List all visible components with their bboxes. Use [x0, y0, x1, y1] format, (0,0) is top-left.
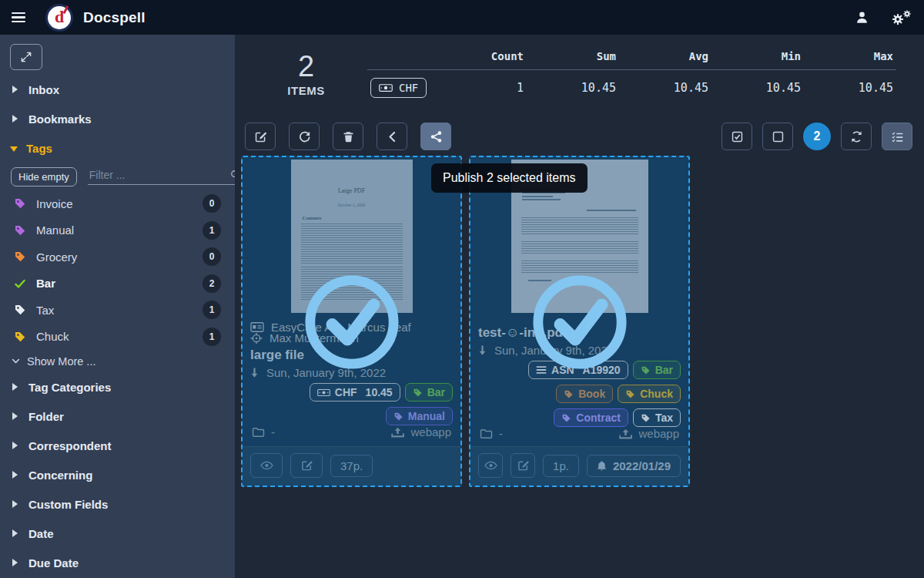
banknote-icon: [317, 388, 330, 397]
sidebar-item-label: Custom Fields: [28, 498, 108, 511]
column-header: Max: [804, 45, 896, 70]
task-list-icon: [891, 130, 904, 143]
preview-doc-section: Contents: [303, 215, 413, 220]
tag-badge-label: Tax: [655, 412, 673, 424]
toolbar-right-group: 2: [721, 123, 912, 150]
asn-badge: ASN A19920: [528, 361, 628, 379]
eye-icon: [484, 460, 497, 471]
edit-item-button[interactable]: [290, 453, 323, 478]
toolbar-left-group: [245, 123, 451, 150]
asn-value: A19920: [583, 364, 621, 376]
amount-currency: CHF: [335, 386, 357, 398]
tag-icon: [641, 365, 651, 375]
items-count: 2 ITEMS: [266, 45, 346, 97]
folder-source-row: - webapp: [250, 425, 453, 443]
tag-filter-input[interactable]: [88, 168, 230, 182]
amount-value: 10.45: [366, 386, 393, 398]
edit-item-button[interactable]: [511, 453, 535, 478]
tag-icon: [14, 331, 26, 343]
checkbox-empty-icon: [772, 130, 785, 143]
sidebar-item-inbox[interactable]: Inbox: [0, 75, 235, 104]
preview-item-button[interactable]: [250, 453, 283, 478]
hide-empty-button[interactable]: Hide empty: [11, 167, 77, 187]
sidebar-tag-manual[interactable]: Manual 1: [0, 217, 235, 244]
tag-name: Invoice: [36, 197, 203, 210]
item-card-test-ing-pdf[interactable]: Pancake Company, Marcus Leaf Derek Jeter…: [469, 156, 690, 487]
sidebar-tag-grocery[interactable]: Grocery 0: [0, 244, 235, 271]
tag-icon: [14, 304, 26, 316]
delete-selected-button[interactable]: [333, 123, 363, 150]
column-header: Avg: [619, 45, 711, 70]
tag-badge-label: Manual: [408, 410, 445, 422]
tag-badge-label: Chuck: [640, 388, 673, 400]
app-title: Docspell: [83, 9, 146, 26]
currency-chip: CHF: [370, 78, 427, 98]
tag-count-badge: 1: [203, 221, 221, 240]
user-icon[interactable]: [855, 10, 869, 25]
upload-icon: [619, 428, 632, 439]
select-all-button[interactable]: [721, 123, 752, 150]
edit-selected-button[interactable]: [245, 123, 276, 150]
upload-icon: [391, 427, 404, 438]
tag-icon: [641, 413, 651, 423]
caret-right-icon: [12, 412, 18, 420]
pencil-square-icon: [300, 459, 313, 472]
reprocess-button[interactable]: [289, 123, 320, 150]
exit-select-mode-button[interactable]: [841, 123, 872, 150]
sidebar-item-tags[interactable]: Tags: [0, 133, 235, 163]
select-mode-button[interactable]: [882, 123, 912, 150]
tag-badge-book: Book: [556, 385, 613, 403]
sidebar-item-folder[interactable]: Folder: [0, 402, 235, 431]
crosshair-icon: [250, 333, 263, 344]
item-date-label: Sun, January 9th, 2022: [266, 366, 386, 379]
item-title: large file: [250, 348, 453, 363]
sidebar-item-date[interactable]: Date: [0, 519, 235, 548]
merge-button[interactable]: [377, 123, 407, 150]
item-card-large-file[interactable]: Large PDF October 1, 2020 Contents EasyC…: [241, 156, 462, 487]
checkbox-checked-icon: [731, 130, 744, 143]
publish-share-button[interactable]: [420, 123, 451, 150]
sidebar-item-concerning[interactable]: Concerning: [0, 460, 235, 489]
badge-row: ASN A19920 Bar Book Chuck: [478, 361, 681, 427]
caret-right-icon: [12, 115, 18, 123]
tag-icon: [14, 197, 26, 210]
show-more-link[interactable]: Show More ...: [0, 350, 235, 372]
tag-badge-label: Bar: [427, 386, 445, 398]
amount-badge: CHF 10.45: [310, 383, 400, 402]
item-date-line: Sun, January 9th, 2022: [250, 366, 453, 379]
correspondent-line: EasyCare AG, Marcus Leaf: [250, 321, 453, 333]
deselect-all-button[interactable]: [762, 123, 793, 150]
tag-badge-label: Contract: [576, 412, 621, 424]
eye-icon: [260, 460, 273, 471]
tag-count-badge: 0: [203, 247, 221, 266]
collapse-sidebar-button[interactable]: [10, 44, 42, 70]
tag-count-badge: 1: [203, 328, 221, 346]
sync-icon: [850, 130, 863, 143]
stat-min: 10.45: [711, 70, 804, 102]
sidebar-tag-chuck[interactable]: Chuck 1: [0, 324, 235, 351]
sidebar-item-due-date[interactable]: Due Date: [0, 548, 235, 577]
sidebar-item-label: Correspondent: [28, 439, 112, 452]
preview-item-button[interactable]: [478, 453, 503, 478]
check-icon: [14, 277, 26, 290]
sidebar-item-label: Date: [28, 527, 54, 540]
folder-label: -: [271, 425, 275, 439]
table-row: CHF 1 10.45 10.45 10.45 10.45: [367, 70, 896, 102]
sidebar-tag-tax[interactable]: Tax 1: [0, 297, 235, 324]
concerning-label: Max Mustermann: [270, 333, 359, 344]
caret-right-icon: [12, 383, 18, 391]
settings-gears-icon[interactable]: [891, 9, 912, 26]
tag-badge-label: Bar: [655, 364, 673, 376]
due-date-label: 2022/01/29: [613, 459, 671, 472]
item-card-list: Large PDF October 1, 2020 Contents EasyC…: [235, 156, 924, 487]
sidebar-item-tag-categories[interactable]: Tag Categories: [0, 372, 235, 402]
tag-badge-bar: Bar: [633, 361, 681, 379]
sidebar-item-custom-fields[interactable]: Custom Fields: [0, 489, 235, 519]
sidebar-item-bookmarks[interactable]: Bookmarks: [0, 104, 235, 133]
sidebar-tag-invoice[interactable]: Invoice 0: [0, 190, 235, 217]
menu-icon[interactable]: [12, 10, 25, 25]
sidebar-item-correspondent[interactable]: Correspondent: [0, 431, 235, 460]
stat-count: 1: [434, 70, 527, 102]
preview-doc-title: Large PDF: [291, 187, 413, 194]
sidebar-tag-bar[interactable]: Bar 2: [0, 271, 235, 297]
